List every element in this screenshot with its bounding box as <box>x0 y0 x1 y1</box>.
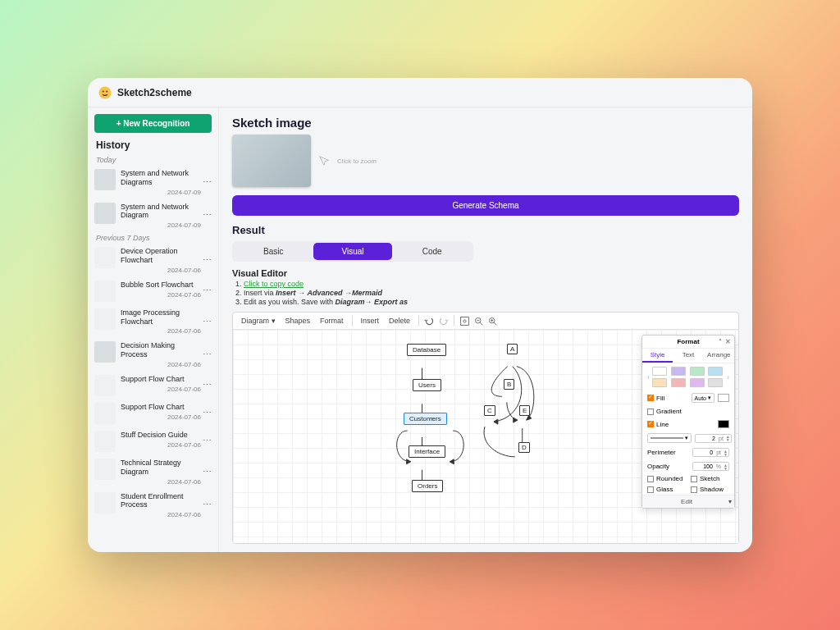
history-item[interactable]: System and Network Diagrams2024-07-09 ⋯ <box>88 166 218 199</box>
color-swatch[interactable] <box>652 367 667 376</box>
history-item[interactable]: Support Flow Chart2024-07-06⋯ <box>88 372 218 399</box>
menu-diagram[interactable]: Diagram ▾ <box>238 315 279 326</box>
node-orders[interactable]: Orders <box>412 480 443 492</box>
history-item[interactable]: Bubble Sort Flowchart2024-07-06⋯ <box>88 277 218 305</box>
history-title: Bubble Sort Flowchart <box>121 281 201 290</box>
line-width-stepper[interactable]: pt▲▼ <box>695 434 732 443</box>
history-title: Support Flow Chart <box>121 375 201 384</box>
node-a[interactable]: A <box>507 344 518 354</box>
tab-code[interactable]: Code <box>392 243 472 260</box>
sketch-checkbox[interactable]: Sketch <box>691 475 729 482</box>
glass-checkbox[interactable]: Glass <box>647 486 686 493</box>
node-e[interactable]: E <box>519 405 530 416</box>
history-menu-icon[interactable]: ⋯ <box>201 178 213 187</box>
color-swatch[interactable] <box>708 367 723 376</box>
color-swatch[interactable] <box>671 367 686 376</box>
menu-format[interactable]: Format <box>317 315 347 326</box>
opacity-stepper[interactable]: %▲▼ <box>692 462 729 471</box>
line-checkbox[interactable]: Line <box>647 421 714 428</box>
color-swatch[interactable] <box>690 367 705 376</box>
fill-color-well[interactable] <box>718 394 729 402</box>
history-title: Image Processing Flowchart <box>121 308 201 326</box>
history-thumb <box>94 459 116 480</box>
tab-basic[interactable]: Basic <box>234 243 313 260</box>
fill-checkbox[interactable]: Fill <box>647 395 688 402</box>
undo-icon[interactable] <box>424 316 435 326</box>
tab-visual[interactable]: Visual <box>313 243 393 260</box>
history-item[interactable]: Support Flow Chart2024-07-06⋯ <box>88 399 218 427</box>
format-tab-text[interactable]: Text <box>673 349 703 363</box>
svg-rect-3 <box>461 317 469 325</box>
shadow-checkbox[interactable]: Shadow <box>691 486 729 493</box>
node-d[interactable]: D <box>518 442 530 453</box>
sketch-image-heading: Sketch image <box>232 116 739 130</box>
history-item[interactable]: Stuff Decision Guide2024-07-06⋯ <box>88 427 218 455</box>
history-menu-icon[interactable]: ⋯ <box>201 436 213 445</box>
history-group-prev7: Previous 7 Days <box>88 232 218 244</box>
titlebar: Sketch2scheme <box>88 78 752 107</box>
zoom-out-icon[interactable] <box>473 316 484 326</box>
zoom-hint: Click to zoom <box>337 158 377 165</box>
line-color-well[interactable] <box>718 420 729 428</box>
history-menu-icon[interactable]: ⋯ <box>201 211 213 220</box>
history-item[interactable]: Image Processing Flowchart2024-07-06⋯ <box>88 305 218 339</box>
history-date: 2024-07-06 <box>121 477 201 486</box>
redo-icon[interactable] <box>438 316 449 326</box>
swatch-next-icon[interactable]: › <box>727 373 729 381</box>
new-recognition-button[interactable]: + New Recognition <box>94 114 212 133</box>
node-c[interactable]: C <box>484 405 495 416</box>
history-menu-icon[interactable]: ⋯ <box>201 468 213 477</box>
rounded-checkbox[interactable]: Rounded <box>647 475 686 482</box>
node-b[interactable]: B <box>504 379 514 390</box>
color-swatch[interactable] <box>690 378 705 387</box>
format-tab-arrange[interactable]: Arrange <box>704 349 734 363</box>
generate-schema-button[interactable]: Generate Schema <box>232 195 739 216</box>
history-date: 2024-07-06 <box>121 509 201 518</box>
history-item[interactable]: Technical Strategy Diagram2024-07-06⋯ <box>88 455 218 489</box>
app-logo-icon <box>98 85 112 100</box>
history-date: 2024-07-06 <box>121 326 201 335</box>
menu-delete[interactable]: Delete <box>386 315 413 326</box>
node-database[interactable]: Database <box>407 344 446 356</box>
zoom-in-icon[interactable] <box>487 316 498 326</box>
history-title: System and Network Diagrams <box>121 169 201 187</box>
copy-code-link[interactable]: Click to copy code <box>244 280 304 288</box>
history-menu-icon[interactable]: ⋯ <box>201 256 213 265</box>
line-style-select[interactable]: ▾ <box>647 433 692 443</box>
close-icon[interactable]: ✕ <box>725 338 731 345</box>
history-item[interactable]: Student Enrollment Process2024-07-06⋯ <box>88 489 218 523</box>
history-title: System and Network Diagram <box>121 203 201 221</box>
node-interface[interactable]: Interface <box>409 445 445 458</box>
menu-shapes[interactable]: Shapes <box>282 315 314 326</box>
collapse-icon[interactable]: ˄ <box>719 338 722 345</box>
history-menu-icon[interactable]: ⋯ <box>201 317 213 326</box>
history-date: 2024-07-06 <box>121 384 201 393</box>
node-users[interactable]: Users <box>413 379 441 391</box>
history-item[interactable]: Decision Making Process2024-07-06⋯ <box>88 338 218 372</box>
result-tabs: Basic Visual Code <box>232 241 473 262</box>
history-thumb <box>94 203 116 224</box>
menu-insert[interactable]: Insert <box>358 315 383 326</box>
color-swatch[interactable] <box>652 378 667 387</box>
format-edit-button[interactable]: Edit ▾ <box>642 495 734 508</box>
visual-editor-steps: Click to copy code Insert via Insert → A… <box>232 280 739 307</box>
perimeter-stepper[interactable]: pt▲▼ <box>692 448 729 457</box>
fill-mode-select[interactable]: Auto▾ <box>692 393 714 403</box>
history-menu-icon[interactable]: ⋯ <box>201 381 213 390</box>
node-customers[interactable]: Customers <box>404 413 447 425</box>
format-panel[interactable]: Format˄✕ Style Text Arrange ‹ › Fill <box>641 335 735 509</box>
history-menu-icon[interactable]: ⋯ <box>201 500 213 509</box>
history-item[interactable]: System and Network Diagram2024-07-09 ⋯ <box>88 199 218 233</box>
history-date: 2024-07-09 <box>121 187 201 196</box>
color-swatch[interactable] <box>671 378 686 387</box>
sketch-image-preview[interactable] <box>232 135 311 187</box>
color-swatch[interactable] <box>708 378 723 387</box>
history-menu-icon[interactable]: ⋯ <box>201 409 213 418</box>
history-menu-icon[interactable]: ⋯ <box>201 286 213 295</box>
swatch-prev-icon[interactable]: ‹ <box>647 373 650 381</box>
zoom-fit-icon[interactable] <box>459 316 470 326</box>
history-item[interactable]: Device Operation Flowchart2024-07-06⋯ <box>88 244 218 277</box>
gradient-checkbox[interactable]: Gradient <box>647 408 729 415</box>
format-tab-style[interactable]: Style <box>642 349 673 363</box>
history-menu-icon[interactable]: ⋯ <box>201 350 213 359</box>
